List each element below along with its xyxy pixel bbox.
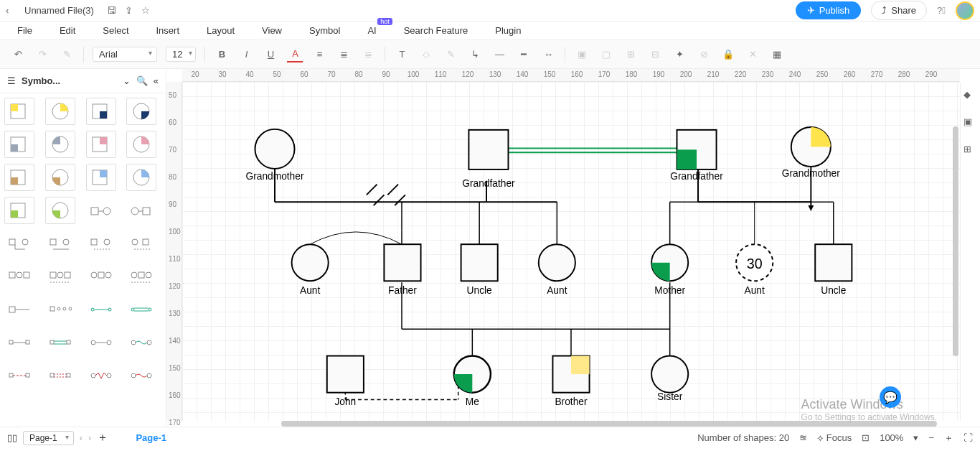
symbol-rel-2[interactable] <box>45 230 75 257</box>
expand-icon[interactable]: ⌄ <box>123 75 131 86</box>
symbol-square-pink[interactable] <box>86 131 116 158</box>
avatar[interactable] <box>956 1 974 20</box>
underline-button[interactable]: U <box>263 47 278 62</box>
symbol-line-dots[interactable] <box>45 296 75 323</box>
align-center-button[interactable]: ≣ <box>336 47 352 62</box>
align-distribute-button[interactable]: ≣ <box>360 47 376 62</box>
menu-search-feature[interactable]: Search Feature <box>404 25 468 36</box>
symbol-rel-8[interactable] <box>126 263 156 290</box>
symbol-rel-7[interactable] <box>86 263 116 290</box>
help-icon[interactable]: ?⃝ <box>937 5 946 16</box>
save-icon[interactable]: 🖫 <box>107 5 116 16</box>
symbol-square-yellow[interactable] <box>4 98 34 125</box>
symbol-circle-navy[interactable] <box>126 98 156 125</box>
arrow-style-button[interactable]: ↔ <box>540 47 556 62</box>
star-icon[interactable]: ☆ <box>141 5 150 16</box>
tools-button[interactable]: ✕ <box>745 47 760 62</box>
line-weight-button[interactable]: ━ <box>516 47 532 62</box>
link-button[interactable]: ⊘ <box>696 47 712 62</box>
zoom-dropdown-icon[interactable]: ▾ <box>913 432 918 443</box>
italic-button[interactable]: I <box>238 47 254 62</box>
symbol-circle-pink[interactable] <box>126 131 156 158</box>
fill-panel-icon[interactable]: ◆ <box>963 89 978 103</box>
menu-layout[interactable]: Layout <box>207 25 235 36</box>
symbol-rel-5[interactable] <box>4 263 34 290</box>
zoom-label[interactable]: 100% <box>880 432 903 443</box>
share-button[interactable]: ⤴ Share <box>871 1 927 20</box>
align-left-button[interactable]: ≡ <box>311 47 327 62</box>
menu-view[interactable]: View <box>262 25 282 36</box>
symbol-rel-3[interactable] <box>86 230 116 257</box>
symbol-line-double-green[interactable] <box>45 329 75 356</box>
symbol-square-navy[interactable] <box>86 98 116 125</box>
group-button[interactable]: ▣ <box>574 47 590 62</box>
menu-insert[interactable]: Insert <box>156 25 180 36</box>
shape-fill-button[interactable]: ◇ <box>418 47 434 62</box>
next-page-button[interactable]: › <box>88 432 91 443</box>
symbol-square-green[interactable] <box>4 197 34 224</box>
focus-button[interactable]: ⟡ Focus <box>817 432 852 444</box>
symbol-square-tan[interactable] <box>4 164 34 191</box>
undo-button[interactable]: ↶ <box>10 47 26 62</box>
symbol-line-red-zig[interactable] <box>86 362 116 389</box>
menu-plugin[interactable]: Plugin <box>495 25 521 36</box>
publish-button[interactable]: ✈ Publish <box>796 1 862 19</box>
canvas[interactable]: Grandmother Grandfather Grandfather Gran… <box>182 82 960 421</box>
symbol-circle-blue[interactable] <box>126 164 156 191</box>
line-style-button[interactable]: — <box>491 47 507 62</box>
line-color-button[interactable]: ✎ <box>443 47 458 62</box>
redo-button[interactable]: ↷ <box>34 47 50 62</box>
layers-icon[interactable]: ≋ <box>799 432 807 443</box>
zoom-in-button[interactable]: ＋ <box>944 432 953 445</box>
page-selector[interactable]: Page-1 <box>23 431 74 445</box>
collapse-sidebar-icon[interactable]: « <box>154 75 159 86</box>
symbol-line-green2[interactable] <box>126 296 156 323</box>
symbol-rel-6[interactable] <box>45 263 75 290</box>
outline-toggle-icon[interactable]: ▯▯ <box>7 432 17 443</box>
symbol-couple-1[interactable] <box>86 197 116 224</box>
font-color-button[interactable]: A <box>287 47 303 62</box>
symbol-square-blue[interactable] <box>86 164 116 191</box>
symbol-square-grey[interactable] <box>4 131 34 158</box>
menu-select[interactable]: Select <box>103 25 128 36</box>
fit-button[interactable]: ⊡ <box>862 432 870 443</box>
canvas-scrollbar-vertical[interactable] <box>953 126 958 356</box>
lock-button[interactable]: 🔒 <box>720 47 736 62</box>
chat-support-button[interactable]: 💬 <box>880 386 901 408</box>
sidebar-menu-icon[interactable]: ☰ <box>7 75 16 86</box>
prev-page-button[interactable]: ‹ <box>80 432 83 443</box>
symbol-line-red-double[interactable] <box>45 362 75 389</box>
symbol-rel-1[interactable] <box>4 230 34 257</box>
symbol-circle-tan[interactable] <box>45 164 75 191</box>
symbol-line-red-wave[interactable] <box>126 362 156 389</box>
symbol-circle-green[interactable] <box>45 197 75 224</box>
add-page-button[interactable]: ＋ <box>97 430 108 445</box>
search-icon[interactable]: 🔍 <box>136 75 148 86</box>
symbol-line-blocks[interactable] <box>4 329 34 356</box>
format-painter-button[interactable]: ✎ <box>59 47 75 62</box>
symbol-line-green[interactable] <box>86 296 116 323</box>
grid-panel-icon[interactable]: ⊞ <box>963 144 978 158</box>
menu-symbol[interactable]: Symbol <box>309 25 340 36</box>
bold-button[interactable]: B <box>214 47 230 62</box>
ungroup-button[interactable]: ▢ <box>598 47 614 62</box>
symbol-line-circles[interactable] <box>86 329 116 356</box>
text-tool-button[interactable]: T <box>394 47 410 62</box>
table-button[interactable]: ▦ <box>769 47 785 62</box>
canvas-scrollbar-horizontal[interactable] <box>281 421 937 427</box>
menu-ai[interactable]: AIhot <box>367 25 376 36</box>
fullscreen-button[interactable]: ⛶ <box>963 432 973 443</box>
export-icon[interactable]: ⇪ <box>125 5 133 16</box>
symbol-rel-4[interactable] <box>126 230 156 257</box>
align-shapes-button[interactable]: ⊞ <box>623 47 639 62</box>
font-select[interactable]: Arial <box>93 47 157 62</box>
symbol-circle-grey[interactable] <box>45 131 75 158</box>
symbol-line-wavy-green[interactable] <box>126 329 156 356</box>
back-button[interactable]: ‹ <box>6 5 20 16</box>
distribute-button[interactable]: ⊟ <box>647 47 663 62</box>
menu-file[interactable]: File <box>17 25 32 36</box>
symbol-circle-yellow[interactable] <box>45 98 75 125</box>
connector-button[interactable]: ↳ <box>467 47 483 62</box>
menu-edit[interactable]: Edit <box>60 25 75 36</box>
page-tab[interactable]: Page-1 <box>136 432 166 443</box>
